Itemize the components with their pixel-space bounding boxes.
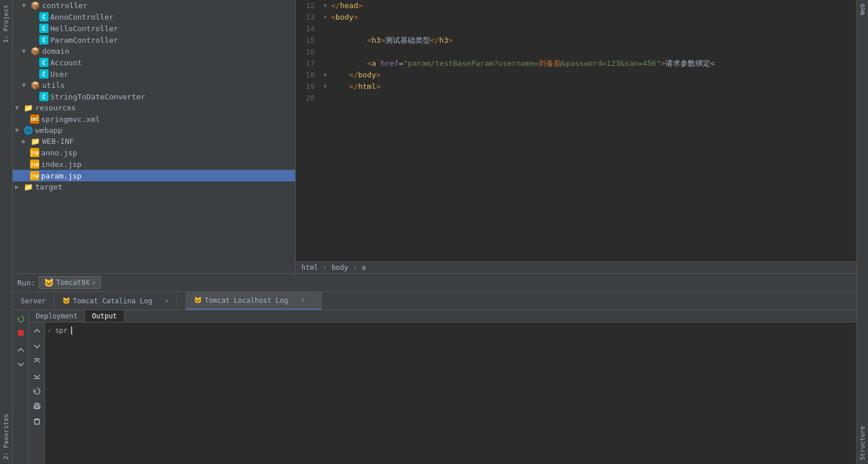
tree-label-stringtodateconverter: StringToDateConverter bbox=[50, 92, 145, 101]
tree-item-hellocontroller[interactable]: C HelloController bbox=[13, 23, 295, 34]
tree-label-paramjsp: param.jsp bbox=[41, 172, 81, 180]
tree-item-account[interactable]: C Account bbox=[13, 57, 295, 68]
arrow-target bbox=[15, 183, 23, 191]
web-label[interactable]: Web bbox=[858, 0, 867, 18]
class-icon-user: C bbox=[39, 69, 49, 79]
panel-tabs: Server 🐱 Tomcat Catalina Log ✕ 🐱 Tomcat … bbox=[13, 292, 856, 310]
tree-label-annocontroller: AnnoController bbox=[50, 13, 114, 21]
cursor-blink bbox=[71, 326, 72, 335]
arrow-webapp bbox=[15, 127, 23, 134]
breadcrumb-a: a bbox=[362, 263, 366, 272]
sub-tab-deployment[interactable]: Deployment bbox=[29, 310, 85, 322]
run-tab-tomcat[interactable]: 🐱 Tomcat9X ✕ bbox=[39, 276, 100, 289]
output-text-1: spr bbox=[55, 326, 68, 335]
structure-label[interactable]: Structure bbox=[858, 422, 867, 464]
tree-item-paramcontroller[interactable]: C ParamController bbox=[13, 34, 295, 46]
tree-item-user[interactable]: C User bbox=[13, 68, 295, 80]
tree-item-webinf[interactable]: 📁 WEB-INF bbox=[13, 136, 295, 147]
restart-server-button[interactable] bbox=[14, 313, 27, 325]
sub-tab-output[interactable]: Output bbox=[85, 310, 124, 322]
tree-item-utils[interactable]: 📦 utils bbox=[13, 80, 295, 91]
tree-label-indexjsp: index.jsp bbox=[41, 160, 81, 169]
code-line-18: 18 ▼ </body> bbox=[296, 69, 856, 81]
arrow-utils bbox=[22, 81, 30, 89]
toolbar-reload-button[interactable] bbox=[31, 385, 43, 398]
line-num-18: 18 bbox=[296, 69, 322, 81]
fold-19[interactable]: ▼ bbox=[322, 81, 329, 92]
svg-rect-5 bbox=[35, 420, 39, 424]
side-labels: Web Structure bbox=[856, 0, 868, 464]
toolbar-scroll-top-button[interactable] bbox=[31, 355, 43, 368]
panel-tab-catalina[interactable]: 🐱 Tomcat Catalina Log ✕ bbox=[54, 292, 186, 310]
code-line-15: 15 <h3>测试基础类型</h3> bbox=[296, 35, 856, 46]
panel-content-area: ✓ spr bbox=[29, 322, 856, 464]
fold-20 bbox=[322, 92, 329, 104]
tree-item-annocontroller[interactable]: C AnnoController bbox=[13, 11, 295, 23]
line-num-14: 14 bbox=[296, 23, 322, 35]
code-line-19: 19 ▼ </html> bbox=[296, 81, 856, 92]
tree-label-annojsp: anno.jsp bbox=[41, 149, 77, 157]
panel-tab-server[interactable]: Server bbox=[13, 292, 54, 310]
code-line-12: 12 ▼ </head> bbox=[296, 0, 856, 12]
toolbar-trash-button[interactable] bbox=[31, 415, 43, 428]
scroll-up-button[interactable] bbox=[14, 344, 27, 357]
xml-icon-springmvc: xml bbox=[30, 114, 39, 124]
panel-left-buttons bbox=[13, 310, 29, 464]
code-line-20: 20 bbox=[296, 92, 856, 104]
breadcrumb-sep-1: › bbox=[323, 263, 327, 272]
run-bar: Run: 🐱 Tomcat9X ✕ bbox=[13, 274, 856, 292]
tree-item-paramjsp[interactable]: jsp param.jsp bbox=[13, 170, 295, 181]
fold-18[interactable]: ▼ bbox=[322, 69, 329, 81]
sub-tabs: Deployment Output bbox=[29, 310, 856, 322]
code-line-14: 14 bbox=[296, 23, 856, 35]
tree-item-stringtodateconverter[interactable]: C StringToDateConverter bbox=[13, 91, 295, 102]
localhost-close[interactable]: ✕ bbox=[293, 294, 314, 306]
line-num-17: 17 bbox=[296, 58, 322, 69]
panel-tab-catalina-label: Tomcat Catalina Log bbox=[73, 297, 152, 305]
tree-item-indexjsp[interactable]: jsp index.jsp bbox=[13, 158, 295, 170]
tree-item-domain[interactable]: 📦 domain bbox=[13, 46, 295, 57]
editor-content[interactable]: 12 ▼ </head> 13 ▼ <body> 14 bbox=[296, 0, 856, 261]
run-label: Run: bbox=[17, 279, 35, 287]
stop-server-button[interactable] bbox=[14, 326, 27, 339]
folder-icon-target: 📁 bbox=[23, 183, 33, 191]
toolbar-up-button[interactable] bbox=[31, 325, 43, 337]
tree-item-annojsp[interactable]: jsp anno.jsp bbox=[13, 147, 295, 158]
catalina-close[interactable]: ✕ bbox=[157, 295, 178, 307]
project-tab[interactable]: 1: Project bbox=[1, 0, 11, 47]
run-tab-close[interactable]: ✕ bbox=[92, 279, 96, 287]
fold-12[interactable]: ▼ bbox=[322, 0, 329, 12]
panel-tab-localhost[interactable]: 🐱 Tomcat Localhost Log ✕ bbox=[186, 292, 322, 310]
toolbar-scroll-bottom-button[interactable] bbox=[31, 370, 43, 383]
tree-item-webapp[interactable]: 🌐 webapp bbox=[13, 125, 295, 136]
main-content: 📦 controller C AnnoController C HelloCon… bbox=[13, 0, 856, 464]
tree-label-utils: utils bbox=[42, 81, 65, 90]
tree-label-paramcontroller: ParamController bbox=[50, 36, 118, 44]
tree-label-controller: controller bbox=[42, 1, 87, 10]
favorites-tab[interactable]: 2: Favorites bbox=[1, 409, 11, 464]
tree-label-webinf: WEB-INF bbox=[42, 137, 74, 146]
class-icon-stringtodateconverter: C bbox=[39, 92, 49, 101]
toolbar-down-button[interactable] bbox=[31, 340, 43, 352]
tree-item-resources[interactable]: 📁 resources bbox=[13, 102, 295, 113]
project-tree[interactable]: 📦 controller C AnnoController C HelloCon… bbox=[13, 0, 296, 273]
toolbar-print-button[interactable] bbox=[31, 400, 43, 413]
breadcrumb-sep-2: › bbox=[353, 263, 357, 272]
sub-tab-deployment-label: Deployment bbox=[36, 312, 77, 320]
editor-status-bar: html › body › a bbox=[296, 261, 856, 273]
tree-item-springmvc[interactable]: xml springmvc.xml bbox=[13, 113, 295, 125]
tree-item-controller[interactable]: 📦 controller bbox=[13, 0, 295, 11]
folder-icon-resources: 📁 bbox=[23, 103, 33, 112]
line-content-14 bbox=[329, 23, 856, 35]
tree-item-target[interactable]: 📁 target bbox=[13, 181, 295, 192]
line-content-16 bbox=[329, 46, 856, 58]
panel-tab-localhost-label: Tomcat Localhost Log bbox=[204, 296, 288, 305]
svg-rect-0 bbox=[18, 330, 24, 336]
fold-13[interactable]: ▼ bbox=[322, 12, 329, 23]
line-num-12: 12 bbox=[296, 0, 322, 12]
run-tab-label: Tomcat9X bbox=[56, 279, 90, 287]
line-num-15: 15 bbox=[296, 35, 322, 46]
scroll-down-button[interactable] bbox=[14, 358, 27, 370]
line-num-20: 20 bbox=[296, 92, 322, 104]
tree-label-domain: domain bbox=[42, 47, 69, 55]
